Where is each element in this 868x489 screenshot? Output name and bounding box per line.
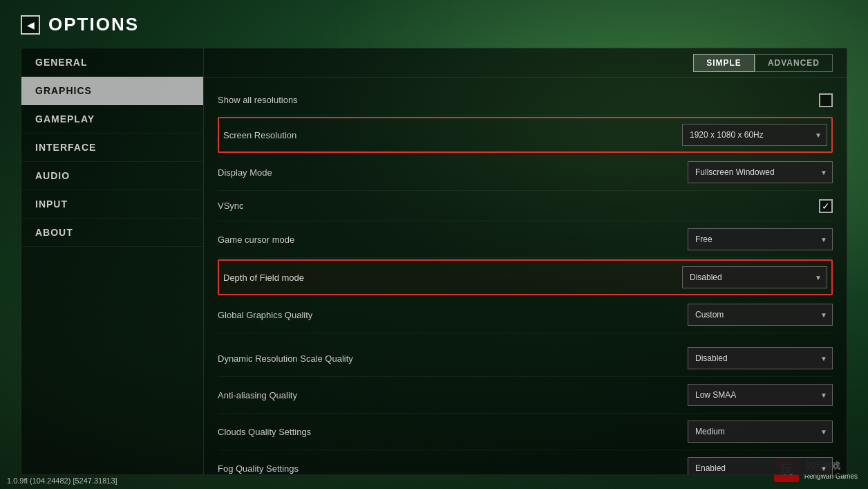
anti-aliasing-label: Anti-aliasing Quality <box>218 390 297 400</box>
back-icon: ◀ <box>27 19 35 30</box>
show-all-resolutions-checkbox[interactable] <box>819 93 833 107</box>
setting-screen-resolution: Screen Resolution 1920 x 1080 x 60Hz 128… <box>218 117 833 153</box>
setting-fog-quality: Fog Quality Settings Enabled Disabled ▼ <box>218 450 833 474</box>
display-mode-label: Display Mode <box>218 167 272 178</box>
sidebar-item-audio[interactable]: AUDIO <box>21 162 203 190</box>
anti-aliasing-wrapper: Low SMAA Medium SMAA High SMAA TAA Off ▼ <box>688 384 833 406</box>
sidebar-item-about[interactable]: ABOUT <box>21 219 203 247</box>
vsync-label: VSync <box>218 201 244 211</box>
main-container: ◀ OPTIONS GENERAL GRAPHICS GAMEPLAY INTE… <box>0 0 868 489</box>
back-button[interactable]: ◀ <box>21 15 40 35</box>
dynamic-resolution-dropdown[interactable]: Disabled Low Medium High <box>688 347 833 369</box>
depth-of-field-label: Depth of Field mode <box>223 273 304 283</box>
fog-quality-label: Fog Quality Settings <box>218 463 299 474</box>
fog-quality-wrapper: Enabled Disabled ▼ <box>688 457 833 474</box>
game-cursor-mode-label: Game cursor mode <box>218 234 294 245</box>
global-graphics-quality-dropdown[interactable]: Custom Low Medium High Ultra <box>688 304 833 326</box>
setting-vsync: VSync <box>218 191 833 221</box>
screen-resolution-wrapper: 1920 x 1080 x 60Hz 1280 x 720 x 60Hz 256… <box>682 124 827 146</box>
setting-display-mode: Display Mode Fullscreen Windowed Fullscr… <box>218 154 833 191</box>
show-all-resolutions-control <box>819 93 833 107</box>
tab-advanced[interactable]: ADVANCED <box>755 54 833 72</box>
tab-simple[interactable]: SIMPLE <box>693 54 755 72</box>
sidebar-item-gameplay[interactable]: GAMEPLAY <box>21 105 203 133</box>
depth-of-field-dropdown[interactable]: Disabled Low Medium High <box>682 266 827 288</box>
main-panel: SIMPLE ADVANCED Show all resolutions Scr… <box>204 48 847 475</box>
anti-aliasing-dropdown[interactable]: Low SMAA Medium SMAA High SMAA TAA Off <box>688 384 833 406</box>
screen-resolution-label: Screen Resolution <box>223 130 296 140</box>
sidebar-item-interface[interactable]: INTERFACE <box>21 133 203 162</box>
setting-clouds-quality: Clouds Quality Settings Low Medium High … <box>218 414 833 450</box>
global-graphics-quality-label: Global Graphics Quality <box>218 310 312 320</box>
setting-anti-aliasing: Anti-aliasing Quality Low SMAA Medium SM… <box>218 377 833 414</box>
settings-list: Show all resolutions Screen Resolution 1… <box>204 78 847 474</box>
game-cursor-mode-dropdown[interactable]: Free Locked Hidden <box>688 228 833 250</box>
dynamic-resolution-label: Dynamic Resolution Scale Quality <box>218 353 353 364</box>
global-graphics-quality-wrapper: Custom Low Medium High Ultra ▼ <box>688 304 833 326</box>
display-mode-dropdown[interactable]: Fullscreen Windowed Fullscreen Windowed <box>688 161 833 183</box>
vsync-checkbox[interactable] <box>819 199 833 213</box>
dynamic-resolution-wrapper: Disabled Low Medium High ▼ <box>688 347 833 369</box>
screen-resolution-dropdown[interactable]: 1920 x 1080 x 60Hz 1280 x 720 x 60Hz 256… <box>682 124 827 146</box>
clouds-quality-wrapper: Low Medium High Ultra ▼ <box>688 421 833 443</box>
game-cursor-mode-wrapper: Free Locked Hidden ▼ <box>688 228 833 250</box>
setting-dynamic-resolution: Dynamic Resolution Scale Quality Disable… <box>218 340 833 377</box>
title-bar: ◀ OPTIONS <box>21 14 847 35</box>
sidebar: GENERAL GRAPHICS GAMEPLAY INTERFACE AUDI… <box>21 48 204 475</box>
setting-game-cursor-mode: Game cursor mode Free Locked Hidden ▼ <box>218 221 833 258</box>
show-all-resolutions-label: Show all resolutions <box>218 95 298 105</box>
page-title: OPTIONS <box>48 14 139 35</box>
sidebar-item-graphics[interactable]: GRAPHICS <box>21 77 203 105</box>
setting-show-all-resolutions: Show all resolutions <box>218 85 833 116</box>
display-mode-wrapper: Fullscreen Windowed Fullscreen Windowed … <box>688 161 833 183</box>
content-area: GENERAL GRAPHICS GAMEPLAY INTERFACE AUDI… <box>21 48 847 475</box>
vsync-control <box>819 199 833 213</box>
tab-bar: SIMPLE ADVANCED <box>204 48 847 78</box>
setting-global-graphics-quality: Global Graphics Quality Custom Low Mediu… <box>218 297 833 333</box>
sidebar-item-input[interactable]: INPUT <box>21 190 203 219</box>
fog-quality-dropdown[interactable]: Enabled Disabled <box>688 457 833 474</box>
setting-depth-of-field: Depth of Field mode Disabled Low Medium … <box>218 259 833 295</box>
depth-of-field-wrapper: Disabled Low Medium High ▼ <box>682 266 827 288</box>
clouds-quality-label: Clouds Quality Settings <box>218 427 311 437</box>
sidebar-item-general[interactable]: GENERAL <box>21 48 203 77</box>
clouds-quality-dropdown[interactable]: Low Medium High Ultra <box>688 421 833 443</box>
